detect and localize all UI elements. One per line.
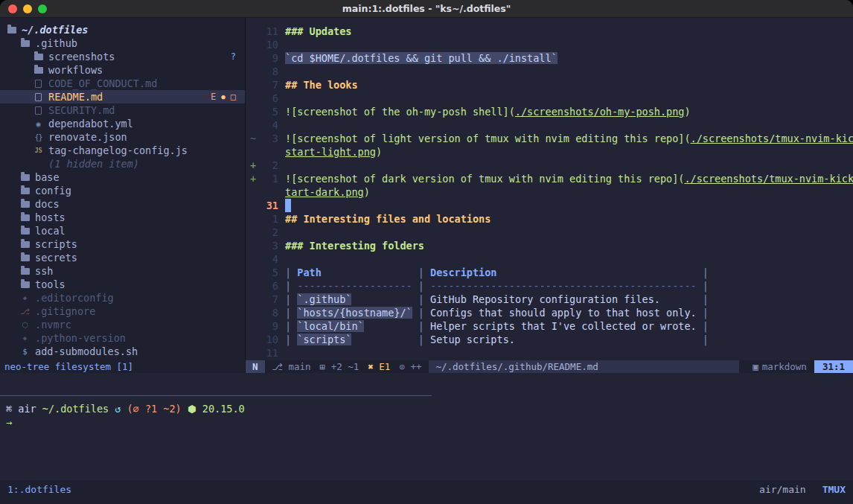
folder-icon [19, 36, 31, 50]
tree-item-.editorconfig[interactable]: ◆.editorconfig [0, 291, 245, 304]
statusline-segment: ⊙ ++ [399, 361, 421, 372]
editor-line[interactable]: 3### Interesting folders [246, 239, 853, 252]
shell-pane[interactable]: ⌘ air ~/.dotfiles ↺ (⌀ ?1 ~2) ⬢ 20.15.0→ [0, 396, 853, 480]
tree-item-workflows[interactable]: workflows [0, 63, 245, 77]
tmux-window-item[interactable]: 1:.dotfiles [7, 484, 71, 495]
close-button[interactable] [8, 4, 17, 13]
gutter-sign [246, 105, 261, 118]
tree-item-label: hosts [35, 211, 66, 223]
tree-item-renovate.json[interactable]: {}renovate.json [0, 130, 245, 144]
line-number: 10 [261, 38, 278, 51]
folder-icon [19, 237, 31, 251]
tree-item-.nvmrc[interactable]: ⬡.nvmrc [0, 318, 245, 331]
editor-line[interactable]: 5![screenshot of the oh-my-posh shell](.… [246, 105, 853, 118]
tree-item-base[interactable]: base [0, 170, 245, 184]
editor-line[interactable]: tart-dark.png) [246, 185, 853, 199]
editor-line[interactable]: +2 [246, 159, 853, 172]
tree-item-tools[interactable]: tools [0, 278, 245, 291]
folder-icon [19, 278, 31, 291]
tree-item-tag-changelog-config.js[interactable]: JStag-changelog-config.js [0, 144, 245, 157]
editor-line[interactable]: 8| `hosts/{hostname}/` | Configs that sh… [246, 306, 853, 319]
line-content: | `scripts` | Setup scripts. | [285, 333, 709, 346]
tree-item-hosts[interactable]: hosts [0, 211, 245, 224]
tree-item-label: tag-changelog-config.js [48, 144, 188, 156]
tree-item-label: tools [35, 278, 66, 290]
editor-line[interactable]: 7| `.github` | GitHub Repository configu… [246, 293, 853, 306]
line-number: 3 [261, 132, 278, 145]
editor-line[interactable]: 11### Updates [246, 25, 853, 38]
statusline-filepath: ~/.dotfiles/.github/README.md [429, 360, 739, 373]
tree-item-label: ssh [35, 265, 53, 277]
cursor [285, 199, 291, 212]
editor-line[interactable]: 4 [246, 252, 853, 266]
tree-item-.github[interactable]: .github [0, 36, 245, 50]
tree-item-dependabot.yml[interactable]: ◉dependabot.yml [0, 117, 245, 130]
line-number: 8 [261, 306, 278, 319]
editor-line[interactable]: 5| Path | Description | [246, 266, 853, 279]
editor-line[interactable]: 4 [246, 118, 853, 132]
tree-item-config[interactable]: config [0, 184, 245, 197]
tree-item-security.md[interactable]: SECURITY.md [0, 103, 245, 117]
editor-line[interactable]: 2 [246, 226, 853, 239]
tree-item-.gitignore[interactable]: ⎇.gitignore [0, 304, 245, 318]
shell-prompt-line: ⌘ air ~/.dotfiles ↺ (⌀ ?1 ~2) ⬢ 20.15.0 [6, 402, 853, 415]
gutter-sign [246, 118, 261, 132]
gutter-sign [246, 252, 261, 266]
editor-line[interactable]: ~3![screenshot of light version of tmux … [246, 132, 853, 145]
editor-line[interactable]: 7## The looks [246, 78, 853, 92]
gutter-sign [246, 65, 261, 78]
tree-item-badges: E●□ [211, 92, 245, 102]
line-number: 4 [261, 252, 278, 266]
tree-item-docs[interactable]: docs [0, 197, 245, 211]
tree-item-readme.md[interactable]: README.mdE●□ [0, 90, 245, 103]
editor-line[interactable]: 31 [246, 199, 853, 212]
tree-item-screenshots[interactable]: screenshots? [0, 50, 245, 63]
tree-item-add-submodules.sh[interactable]: $add-submodules.sh [0, 345, 245, 358]
tree-item-label: SECURITY.md [48, 104, 115, 116]
gutter-sign [246, 346, 261, 360]
line-content: ## The looks [285, 78, 358, 92]
line-content: start-light.png) [285, 145, 382, 159]
editor-line[interactable]: 9| `local/bin` | Helper scripts that I'v… [246, 319, 853, 333]
editor-line[interactable]: 1## Interesting files and locations [246, 212, 853, 226]
line-number: 8 [261, 65, 278, 78]
line-number: 7 [261, 293, 278, 306]
status-badge: ● [221, 93, 225, 101]
folder-icon [19, 184, 31, 197]
status-badge: ? [231, 51, 236, 62]
editor-line[interactable]: 9`cd $HOME/.dotfiles && git pull && ./in… [246, 51, 853, 65]
tree-item-local[interactable]: local [0, 224, 245, 237]
tree-item-.python-version[interactable]: ◆.python-version [0, 331, 245, 345]
editor-line[interactable]: 8 [246, 65, 853, 78]
tree-item-label: README.md [48, 91, 103, 103]
editor-pane[interactable]: 11### Updates 10 9`cd $HOME/.dotfiles &&… [246, 18, 853, 360]
zoom-button[interactable] [38, 4, 47, 13]
folder-icon [6, 23, 17, 36]
tree-item-label: .github [35, 37, 77, 49]
tree-item-ssh[interactable]: ssh [0, 264, 245, 278]
editor-line[interactable]: 6| ------------------- | ---------------… [246, 279, 853, 293]
editor-line[interactable]: 10| `scripts` | Setup scripts. | [246, 333, 853, 346]
minimize-button[interactable] [23, 4, 32, 13]
editor-line[interactable]: 11 [246, 346, 853, 360]
tree-item-code-of-conduct.md[interactable]: CODE_OF_CONDUCT.md [0, 77, 245, 90]
line-number: 1 [261, 172, 278, 185]
editor-line[interactable]: start-light.png) [246, 145, 853, 159]
tree-item-1-hidden-item[interactable]: (1 hidden item) [0, 157, 245, 170]
spacer [33, 157, 44, 170]
tree-item-.dotfiles[interactable]: ~/.dotfiles [0, 23, 245, 36]
tmux-status-bar: 1:.dotfiles air/main TMUX [0, 480, 853, 504]
editor-line[interactable]: 6 [246, 92, 853, 105]
editor-line[interactable]: +1![screenshot of dark version of tmux w… [246, 172, 853, 185]
apple-icon: ⌘ [6, 403, 12, 415]
tree-item-scripts[interactable]: scripts [0, 237, 245, 251]
line-number: 31 [261, 199, 278, 212]
line-number: 6 [261, 279, 278, 293]
folder-icon [33, 50, 44, 63]
editor-line[interactable]: 10 [246, 38, 853, 51]
gutter-sign [246, 38, 261, 51]
tree-item-secrets[interactable]: secrets [0, 251, 245, 264]
js-icon: JS [33, 144, 44, 157]
braces-icon: {} [33, 130, 44, 144]
tree-item-label: local [35, 225, 66, 237]
